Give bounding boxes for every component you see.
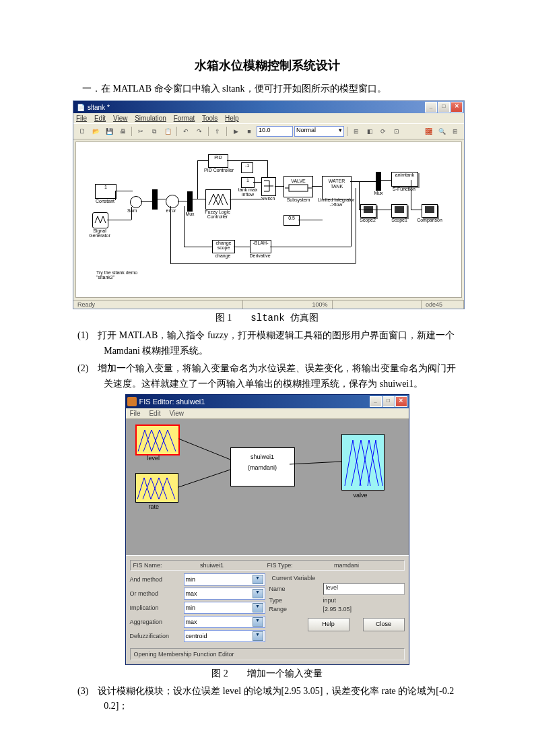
stop-time[interactable]: 10.0 <box>257 126 293 137</box>
sum2-block[interactable] <box>166 195 179 208</box>
input-level-box[interactable] <box>135 424 180 455</box>
fis-window-title: FIS Editor: shuiwei1 <box>139 398 205 406</box>
or-label: Or method <box>130 590 184 597</box>
minimize-button[interactable]: _ <box>425 102 437 113</box>
scope-icon[interactable]: 🔍 <box>436 125 448 137</box>
simulink-window: 📄 sltank * _ □ ✕ File Edit View Simulati… <box>73 100 465 309</box>
up-icon[interactable]: ⇧ <box>211 125 224 137</box>
animtank-block[interactable]: animtank <box>391 172 418 187</box>
stop-icon[interactable]: ■ <box>243 125 255 137</box>
scope2-block[interactable] <box>360 204 376 218</box>
constneg-block[interactable]: -1 <box>241 162 253 173</box>
close-button[interactable]: Close <box>363 618 405 631</box>
minimize-button[interactable]: _ <box>370 396 382 407</box>
open-icon[interactable]: 📂 <box>90 125 102 137</box>
save-icon[interactable]: 💾 <box>103 125 115 137</box>
mux3-block[interactable] <box>376 172 381 191</box>
change-block[interactable]: changescope <box>212 240 235 253</box>
print-icon[interactable]: 🖶 <box>116 125 129 137</box>
error-label: error <box>162 208 180 213</box>
svg-line-8 <box>290 462 341 464</box>
paste-icon[interactable]: 📋 <box>162 125 174 137</box>
simulink-icon: 📄 <box>77 104 85 111</box>
chevron-down-icon[interactable]: ▼ <box>253 631 263 641</box>
or-select[interactable]: max▼ <box>184 588 265 600</box>
model-canvas[interactable]: 1 Constant SignalGenerator Sum error Mux… <box>75 141 462 298</box>
const1-block[interactable]: 1 <box>241 177 255 188</box>
maximize-button[interactable]: □ <box>382 396 395 407</box>
list-item-2: (2) 增加一个输入变量，将输入变量命名为水位误差、误差变化，将输出变量命名为阀… <box>73 361 461 391</box>
titlebar[interactable]: 📄 sltank * _ □ ✕ <box>73 101 464 113</box>
model-icon[interactable]: ⊞ <box>449 125 461 137</box>
fis-titlebar[interactable]: FIS Editor: shuiwei1 _ □ ✕ <box>126 395 409 408</box>
chevron-down-icon[interactable]: ▼ <box>253 603 263 612</box>
def-select[interactable]: centroid▼ <box>184 630 265 642</box>
fisname-value: shuiwei1 <box>200 562 267 569</box>
close-button[interactable]: ✕ <box>450 102 463 113</box>
menu-tools[interactable]: Tools <box>202 115 218 122</box>
fis-info-panel: FIS Name: shuiwei1 FIS Type: mamdani And… <box>126 555 409 664</box>
tool-icon[interactable]: ⊡ <box>391 125 403 137</box>
and-select[interactable]: min▼ <box>184 573 265 586</box>
fuzzy-block[interactable] <box>205 189 231 210</box>
switch-block[interactable] <box>261 177 276 196</box>
mux-block[interactable] <box>152 189 158 210</box>
svg-rect-4 <box>395 206 404 213</box>
chevron-down-icon[interactable]: ▼ <box>253 575 263 584</box>
output-valve-box[interactable] <box>341 434 385 491</box>
redo-icon[interactable]: ↷ <box>193 125 205 137</box>
menu-file[interactable]: File <box>130 410 141 417</box>
compare-block[interactable] <box>422 204 438 218</box>
maximize-button[interactable]: □ <box>438 102 450 113</box>
menu-view[interactable]: View <box>113 115 128 122</box>
input2-label: rate <box>149 503 160 510</box>
status-ready: Ready <box>73 301 243 309</box>
cut-icon[interactable]: ✂ <box>135 125 147 137</box>
new-icon[interactable]: 🗋 <box>76 125 88 137</box>
input-rate-box[interactable] <box>135 473 178 503</box>
agg-select[interactable]: max▼ <box>184 616 265 628</box>
menu-view[interactable]: View <box>169 410 184 417</box>
name-value[interactable]: level <box>323 583 405 595</box>
sys-name: shuiwei1 <box>234 453 292 460</box>
blah-block[interactable]: -BLAH- <box>250 240 271 253</box>
help-button[interactable]: Help <box>308 618 349 631</box>
imp-select[interactable]: min▼ <box>184 602 265 614</box>
figure-1-caption: 图 1 sltank 仿真图 <box>73 312 461 324</box>
fis-system-box[interactable]: shuiwei1 (mamdani) <box>230 447 295 486</box>
menu-edit[interactable]: Edit <box>149 410 160 417</box>
name-label: Name <box>269 586 323 592</box>
doc-title: 水箱水位模糊控制系统设计 <box>73 57 461 73</box>
chevron-down-icon[interactable]: ▼ <box>253 589 263 598</box>
undo-icon[interactable]: ↶ <box>180 125 192 137</box>
const05-block[interactable]: 0.5 <box>283 215 300 226</box>
refresh-icon[interactable]: ⟳ <box>377 125 389 137</box>
fis-menubar[interactable]: File Edit View <box>126 408 409 419</box>
pid-block[interactable]: PID <box>208 154 228 168</box>
close-button[interactable]: ✕ <box>395 396 407 407</box>
scope1-block[interactable] <box>391 204 407 218</box>
status-ode: ode45 <box>422 301 464 309</box>
menu-format[interactable]: Format <box>174 115 195 122</box>
menu-edit[interactable]: Edit <box>94 115 106 122</box>
play-icon[interactable]: ▶ <box>230 125 242 137</box>
watertank-block[interactable]: WATERTANK <box>322 176 352 199</box>
chevron-down-icon[interactable]: ▼ <box>253 617 263 627</box>
siggen-label: SignalGenerator <box>83 228 116 238</box>
scope1-label: Scope1 <box>387 218 411 222</box>
valve-block[interactable]: VALVE <box>283 176 313 197</box>
fis-diagram[interactable]: level rate shuiwei1 (mamdani) valve <box>126 419 409 555</box>
tool-icon[interactable]: ⊞ <box>350 125 362 137</box>
library-icon[interactable]: 🧱 <box>422 125 434 137</box>
menu-simulation[interactable]: Simulation <box>135 115 166 122</box>
mux2-block[interactable] <box>187 191 193 212</box>
copy-icon[interactable]: ⧉ <box>148 125 160 137</box>
solver-select[interactable]: Normal▾ <box>294 126 344 137</box>
constant-block[interactable]: 1 <box>95 184 116 199</box>
menu-help[interactable]: Help <box>225 115 239 122</box>
toolbar[interactable]: 🗋 📂 💾 🖶 ✂ ⧉ 📋 ↶ ↷ ⇧ ▶ ■ 10.0 Normal▾ ⊞ ◧… <box>73 123 464 139</box>
tool-icon[interactable]: ◧ <box>364 125 376 137</box>
menu-file[interactable]: File <box>76 115 87 122</box>
signal-gen-block[interactable] <box>92 212 108 228</box>
menubar[interactable]: File Edit View Simulation Format Tools H… <box>73 113 464 123</box>
